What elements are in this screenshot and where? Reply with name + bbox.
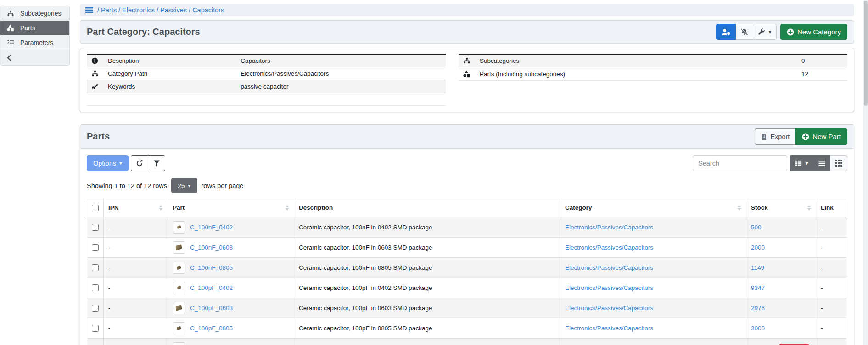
refresh-button[interactable]: [131, 155, 148, 171]
table-toolbar: Options ▾: [87, 155, 847, 171]
column-header-stock[interactable]: Stock: [746, 199, 816, 217]
column-header-link: Link: [816, 199, 847, 217]
detail-value: [236, 93, 446, 106]
column-header-category[interactable]: Category: [560, 199, 746, 217]
sort-icon: [807, 205, 811, 211]
part-thumbnail[interactable]: [173, 282, 185, 294]
part-link[interactable]: C_100pF_0402: [190, 284, 233, 291]
table-row: -C_10uF_0402Ceramic capacitor, 10uF in 0…: [87, 338, 847, 345]
part-thumbnail[interactable]: [173, 322, 185, 334]
stock-link[interactable]: 500: [751, 224, 762, 231]
detail-row: Category PathElectronics/Passives/Capaci…: [87, 67, 446, 80]
ipn-cell: -: [104, 338, 168, 345]
caret-down-icon: ▾: [768, 29, 771, 35]
export-button[interactable]: Export: [755, 128, 796, 145]
row-checkbox[interactable]: [92, 325, 99, 332]
scrollbar-thumb[interactable]: [864, 1, 868, 106]
notifications-off-button[interactable]: [736, 24, 753, 40]
row-checkbox[interactable]: [92, 264, 99, 271]
stock-link[interactable]: 1149: [751, 264, 764, 271]
category-link[interactable]: Electronics/Passives/Capacitors: [565, 325, 653, 332]
capacitor-image: [177, 286, 181, 289]
detail-row: Parts (Including subcategories)12: [459, 67, 847, 81]
sidebar-item-subcategories[interactable]: Subcategories: [0, 6, 69, 21]
sidebar-collapse-button[interactable]: [0, 50, 69, 65]
stock-link[interactable]: 2000: [751, 244, 765, 251]
column-header-description: Description: [294, 199, 560, 217]
description-cell: Ceramic capacitor, 100pF in 0603 SMD pac…: [294, 298, 560, 318]
row-checkbox[interactable]: [92, 284, 99, 291]
sidebar-nav: SubcategoriesPartsParameters: [0, 6, 69, 50]
sidebar-item-parts[interactable]: Parts: [0, 21, 69, 35]
breadcrumb: / Parts / Electronics / Passives / Capac…: [80, 4, 854, 16]
capacitor-image: [175, 244, 182, 250]
new-part-button[interactable]: New Part: [795, 128, 847, 145]
part-link[interactable]: C_100pF_0603: [190, 305, 233, 312]
select-all-checkbox[interactable]: [92, 205, 99, 211]
info-circle-icon: [91, 57, 99, 64]
breadcrumb-link-passives[interactable]: Passives: [160, 6, 187, 14]
options-dropdown-button[interactable]: Options ▾: [87, 155, 129, 171]
ipn-cell: -: [104, 318, 168, 338]
part-link[interactable]: C_100nF_0805: [190, 264, 233, 271]
grid-view-button[interactable]: [830, 155, 847, 171]
part-thumbnail[interactable]: [173, 241, 185, 254]
row-checkbox[interactable]: [92, 224, 99, 231]
columns-dropdown-button[interactable]: ▾: [790, 155, 813, 171]
page-size-dropdown[interactable]: 25 ▾: [171, 178, 197, 193]
breadcrumb-link-parts[interactable]: Parts: [101, 6, 117, 14]
sidebar-item-label: Subcategories: [20, 10, 62, 17]
category-counts-table: Subcategories0Parts (Including subcatego…: [459, 54, 847, 81]
table-row: -C_100pF_0603Ceramic capacitor, 100pF in…: [87, 298, 847, 318]
search-input[interactable]: [693, 155, 787, 171]
ipn-cell: -: [104, 257, 168, 278]
column-header-part[interactable]: Part: [168, 199, 294, 217]
category-link[interactable]: Electronics/Passives/Capacitors: [565, 224, 653, 231]
category-link[interactable]: Electronics/Passives/Capacitors: [565, 264, 653, 271]
shapes-icon: [463, 70, 470, 78]
column-header-ipn[interactable]: IPN: [104, 199, 168, 217]
stock-link[interactable]: 2976: [751, 305, 765, 312]
ipn-cell: -: [104, 237, 168, 257]
part-link[interactable]: C_100nF_0603: [190, 244, 233, 251]
ipn-cell: -: [104, 278, 168, 298]
link-cell: -: [816, 257, 847, 278]
part-link[interactable]: C_100pF_0805: [190, 325, 233, 332]
stock-link[interactable]: 9347: [751, 284, 765, 291]
detail-value: passive capacitor: [236, 80, 446, 93]
part-link[interactable]: C_100nF_0402: [190, 224, 233, 231]
part-thumbnail[interactable]: [173, 342, 185, 345]
breadcrumb-link-electronics[interactable]: Electronics: [122, 6, 155, 14]
sort-icon: [737, 205, 741, 211]
category-actions-menu-button[interactable]: ▾: [753, 24, 777, 40]
caret-down-icon: ▾: [188, 183, 191, 189]
caret-down-icon: ▾: [119, 161, 122, 166]
row-checkbox[interactable]: [92, 305, 99, 312]
user-shield-icon: [722, 28, 731, 36]
menu-icon[interactable]: [85, 7, 93, 13]
part-thumbnail[interactable]: [173, 221, 185, 234]
ipn-cell: -: [104, 217, 168, 238]
sidebar-item-parameters[interactable]: Parameters: [0, 35, 69, 50]
breadcrumb-link-capacitors[interactable]: Capacitors: [192, 6, 224, 14]
bell-slash-icon: [740, 28, 748, 36]
row-checkbox[interactable]: [92, 244, 99, 251]
sort-icon: [285, 205, 289, 211]
list-view-button[interactable]: [813, 155, 830, 171]
detail-label: Category Path: [103, 67, 236, 80]
category-link[interactable]: Electronics/Passives/Capacitors: [565, 284, 653, 291]
key-icon: [91, 83, 99, 90]
stock-link[interactable]: 3000: [751, 325, 765, 332]
new-category-button[interactable]: New Category: [780, 24, 847, 40]
page-scrollbar[interactable]: [863, 0, 868, 345]
category-link[interactable]: Electronics/Passives/Capacitors: [565, 305, 653, 312]
subscribe-category-button[interactable]: [716, 24, 736, 40]
part-thumbnail[interactable]: [173, 262, 185, 274]
detail-row: DescriptionCapacitors: [87, 54, 446, 67]
ipn-cell: -: [104, 298, 168, 318]
part-thumbnail[interactable]: [173, 302, 185, 314]
sidebar-item-label: Parameters: [20, 39, 53, 46]
description-cell: Ceramic capacitor, 100nF in 0402 SMD pac…: [294, 217, 560, 238]
category-link[interactable]: Electronics/Passives/Capacitors: [565, 244, 653, 251]
filter-button[interactable]: [148, 155, 165, 171]
